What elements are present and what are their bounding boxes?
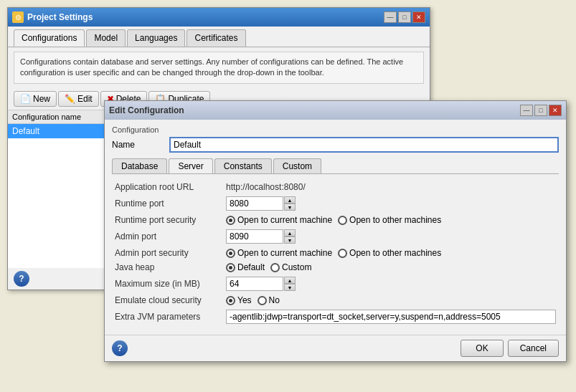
admin-open-current[interactable]: Open to current machine xyxy=(226,248,332,258)
admin-port-security-row: Admin port security Open to current mach… xyxy=(112,246,559,260)
admin-other-radio[interactable] xyxy=(338,249,347,258)
java-heap-default[interactable]: Default xyxy=(226,262,265,272)
project-tabs: Configurations Model Languages Certifica… xyxy=(8,27,430,47)
max-size-down[interactable]: ▼ xyxy=(284,284,296,291)
max-size-label: Maximum size (in MB) xyxy=(112,274,223,293)
project-description: Configurations contain database and serv… xyxy=(14,52,424,84)
app-root-url-row: Application root URL http://localhost:80… xyxy=(112,180,559,194)
runtime-port-row: Runtime port ▲ ▼ xyxy=(112,194,559,213)
project-icon: ⚙ xyxy=(12,11,24,23)
cancel-button[interactable]: Cancel xyxy=(508,340,559,357)
edit-minimize-btn[interactable]: — xyxy=(520,105,533,116)
edit-maximize-btn[interactable]: □ xyxy=(534,105,547,116)
project-maximize-btn[interactable]: □ xyxy=(398,11,411,23)
max-size-row: Maximum size (in MB) ▲ ▼ xyxy=(112,274,559,293)
java-heap-group: Default Custom xyxy=(226,262,556,272)
admin-port-spinner: ▲ ▼ xyxy=(226,229,556,244)
runtime-port-down[interactable]: ▼ xyxy=(284,204,296,211)
admin-port-row: Admin port ▲ ▼ xyxy=(112,227,559,246)
dialog-action-buttons: OK Cancel xyxy=(461,340,559,357)
extra-jvm-label: Extra JVM parameters xyxy=(112,307,223,326)
emulate-cloud-yes-radio[interactable] xyxy=(226,296,235,305)
max-size-up[interactable]: ▲ xyxy=(284,277,296,284)
admin-port-up[interactable]: ▲ xyxy=(284,229,296,236)
emulate-cloud-no-radio[interactable] xyxy=(258,296,267,305)
name-input[interactable] xyxy=(169,137,559,153)
inner-tab-custom[interactable]: Custom xyxy=(273,158,321,173)
edit-icon: ✏️ xyxy=(65,94,75,104)
project-titlebar: ⚙ Project Settings — □ ✕ xyxy=(8,8,430,27)
config-list-header: Configuration name xyxy=(8,110,108,124)
admin-port-security-group: Open to current machine Open to other ma… xyxy=(226,248,556,258)
runtime-port-input[interactable] xyxy=(226,196,283,211)
runtime-port-security-group: Open to current machine Open to other ma… xyxy=(226,215,556,225)
runtime-port-up[interactable]: ▲ xyxy=(284,196,296,204)
inner-tab-server[interactable]: Server xyxy=(169,158,212,173)
name-row: Name xyxy=(112,137,559,153)
edit-dialog-body: Configuration Name Database Server Const… xyxy=(105,120,566,332)
runtime-current-radio[interactable] xyxy=(226,216,235,225)
admin-port-input[interactable] xyxy=(226,229,283,244)
ok-button[interactable]: OK xyxy=(461,340,503,357)
runtime-port-security-row: Runtime port security Open to current ma… xyxy=(112,213,559,227)
max-size-input[interactable] xyxy=(226,277,283,291)
runtime-port-label: Runtime port xyxy=(112,194,223,213)
project-help-button[interactable]: ? xyxy=(14,271,29,287)
runtime-other-radio[interactable] xyxy=(338,216,347,225)
server-form: Application root URL http://localhost:80… xyxy=(112,180,559,326)
new-icon: 📄 xyxy=(20,94,31,104)
admin-port-label: Admin port xyxy=(112,227,223,246)
edit-titlebar: Edit Configuration — □ ✕ xyxy=(105,101,566,120)
edit-button[interactable]: ✏️ Edit xyxy=(58,91,99,107)
extra-jvm-row: Extra JVM parameters xyxy=(112,307,559,326)
app-root-url-value: http://localhost:8080/ xyxy=(223,180,559,194)
java-heap-label: Java heap xyxy=(112,260,223,274)
runtime-port-spinner: ▲ ▼ xyxy=(226,196,556,211)
config-list: Configuration name Default xyxy=(8,110,108,268)
java-heap-custom[interactable]: Custom xyxy=(270,262,311,272)
tab-model[interactable]: Model xyxy=(86,29,126,47)
admin-open-other[interactable]: Open to other machines xyxy=(338,248,441,258)
edit-dialog-title: Edit Configuration xyxy=(109,105,184,115)
admin-current-radio[interactable] xyxy=(226,249,235,258)
app-root-url-label: Application root URL xyxy=(112,180,223,194)
edit-help-button[interactable]: ? xyxy=(112,340,128,356)
project-window-controls: — □ ✕ xyxy=(384,11,425,23)
runtime-open-current[interactable]: Open to current machine xyxy=(226,215,332,225)
emulate-cloud-group: Yes No xyxy=(226,295,556,305)
edit-close-btn[interactable]: ✕ xyxy=(549,105,562,116)
tab-languages[interactable]: Languages xyxy=(127,29,185,47)
emulate-cloud-label: Emulate cloud security xyxy=(112,293,223,307)
java-heap-row: Java heap Default Custom xyxy=(112,260,559,274)
config-item-default[interactable]: Default xyxy=(8,124,108,138)
runtime-open-other[interactable]: Open to other machines xyxy=(338,215,441,225)
inner-tab-constants[interactable]: Constants xyxy=(214,158,272,173)
java-heap-custom-radio[interactable] xyxy=(270,263,280,272)
configuration-section-label: Configuration xyxy=(112,125,559,134)
name-label: Name xyxy=(112,140,169,150)
max-size-spinner: ▲ ▼ xyxy=(226,277,556,291)
project-close-btn[interactable]: ✕ xyxy=(412,11,425,23)
admin-port-down[interactable]: ▼ xyxy=(284,236,296,244)
edit-configuration-dialog: Edit Configuration — □ ✕ Configuration N… xyxy=(104,100,567,362)
inner-tab-database[interactable]: Database xyxy=(112,158,167,173)
admin-port-security-label: Admin port security xyxy=(112,246,223,260)
tab-configurations[interactable]: Configurations xyxy=(14,29,85,47)
inner-tabs: Database Server Constants Custom xyxy=(112,158,559,174)
java-heap-default-radio[interactable] xyxy=(226,263,235,272)
tab-certificates[interactable]: Certificates xyxy=(187,29,245,47)
edit-dialog-controls: — □ ✕ xyxy=(520,105,562,116)
project-minimize-btn[interactable]: — xyxy=(384,11,397,23)
emulate-cloud-yes[interactable]: Yes xyxy=(226,295,252,305)
runtime-port-security-label: Runtime port security xyxy=(112,213,223,227)
edit-dialog-footer: ? OK Cancel xyxy=(105,335,566,361)
emulate-cloud-no[interactable]: No xyxy=(258,295,280,305)
emulate-cloud-row: Emulate cloud security Yes No xyxy=(112,293,559,307)
new-button[interactable]: 📄 New xyxy=(14,91,57,107)
project-window-title: Project Settings xyxy=(27,12,93,22)
extra-jvm-input[interactable] xyxy=(226,310,556,324)
